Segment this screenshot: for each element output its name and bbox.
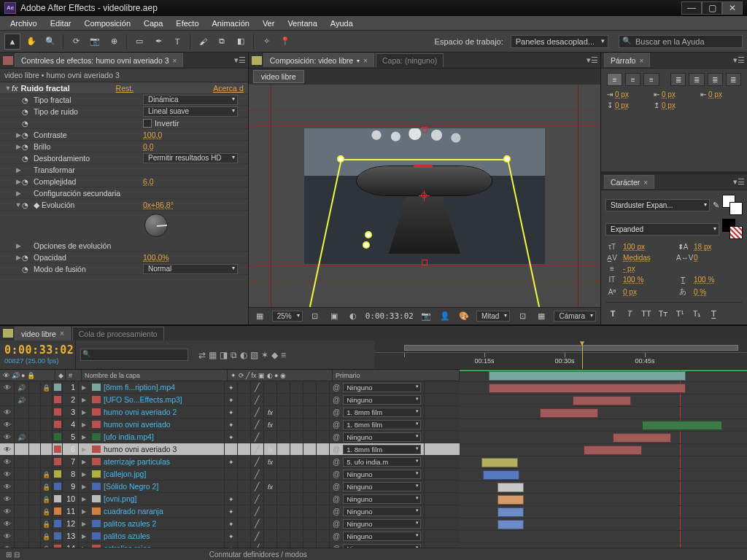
track-row[interactable] xyxy=(460,419,747,432)
quality-icon[interactable] xyxy=(255,507,260,516)
twirl-icon[interactable]: ▶ xyxy=(82,483,89,490)
layer-row[interactable]: 8▶[callejon.jpg]Ninguno xyxy=(0,468,460,481)
menu-archivo[interactable]: Archivo xyxy=(4,18,43,29)
auto-keyframe-icon[interactable]: ◆ xyxy=(271,350,278,360)
eye-icon[interactable] xyxy=(4,432,11,441)
indent-left[interactable]: 0 px xyxy=(615,90,629,98)
layer-name[interactable]: [8mm fi...ription].mp4 xyxy=(104,383,175,392)
layer-row[interactable]: 3▶humo ovni averiado 21. 8mm film xyxy=(0,406,460,419)
mask-icon[interactable]: ▣ xyxy=(328,310,341,323)
stopwatch-icon[interactable] xyxy=(22,119,31,128)
tsume[interactable]: 0 % xyxy=(694,288,743,296)
panel-menu-icon[interactable]: ▾☰ xyxy=(587,55,597,66)
label-color[interactable] xyxy=(54,545,61,548)
layer-bar[interactable] xyxy=(540,408,598,418)
lock-icon[interactable] xyxy=(42,494,50,503)
eye-icon[interactable] xyxy=(4,445,11,454)
eye-icon[interactable] xyxy=(4,420,11,429)
eye-icon[interactable] xyxy=(4,494,11,503)
stopwatch-icon[interactable] xyxy=(22,241,31,250)
property-dropdown[interactable]: Permitir resultados HD xyxy=(143,153,238,163)
effect-name[interactable]: Ruido fractal xyxy=(21,84,116,93)
quality-icon[interactable] xyxy=(255,420,260,429)
parent-dropdown[interactable]: 1. 8mm film xyxy=(343,420,421,429)
frame-blend-icon[interactable]: ⧉ xyxy=(231,350,237,360)
stopwatch-icon[interactable] xyxy=(22,131,31,139)
pickwhip-icon[interactable] xyxy=(333,432,340,441)
graph-editor-icon[interactable]: ▧ xyxy=(250,350,258,360)
brush-tool[interactable]: 🖌 xyxy=(195,34,211,50)
layer-row[interactable]: 10▶[ovni.png]Ninguno xyxy=(0,493,460,505)
parent-dropdown[interactable]: Ninguno xyxy=(343,507,421,516)
stroke-width[interactable]: - px xyxy=(623,265,672,273)
pen-tool[interactable]: ✒ xyxy=(150,34,166,50)
lock-icon[interactable] xyxy=(42,507,50,516)
text-tool[interactable]: T xyxy=(169,34,185,50)
pan-behind-tool[interactable]: ⊕ xyxy=(106,34,122,50)
layer-row[interactable]: 4▶humo ovni averiado1. 8mm film xyxy=(0,419,460,431)
reset-link[interactable]: Rest. xyxy=(116,84,134,93)
close-icon[interactable]: × xyxy=(173,57,177,65)
transparency-icon[interactable]: ▦ xyxy=(535,310,548,323)
collapse-icon[interactable] xyxy=(228,532,234,540)
mask-vertex[interactable] xyxy=(363,241,370,249)
quality-icon[interactable] xyxy=(255,470,260,479)
justify-center-button[interactable]: ≣ xyxy=(689,73,704,86)
label-color[interactable] xyxy=(54,495,61,502)
menu-editar[interactable]: Editar xyxy=(44,18,77,29)
baseline-shift[interactable]: 0 px xyxy=(623,288,672,296)
collapse-icon[interactable] xyxy=(228,544,234,548)
channel-icon[interactable]: ◐ xyxy=(347,310,360,323)
parent-dropdown[interactable]: Ninguno xyxy=(343,519,421,529)
layer-name[interactable]: palitos azules xyxy=(104,532,150,540)
twirl-icon[interactable]: ▶ xyxy=(82,496,89,502)
justify-left-button[interactable]: ≣ xyxy=(670,73,686,86)
parent-dropdown[interactable]: Ninguno xyxy=(343,470,421,479)
twirl-icon[interactable]: ▶ xyxy=(82,446,89,453)
track-row[interactable] xyxy=(460,506,747,518)
about-link[interactable]: Acerca d xyxy=(213,84,243,93)
close-icon[interactable]: × xyxy=(60,330,64,338)
twirl-icon[interactable]: ▶ xyxy=(82,545,89,548)
layer-name[interactable]: aterrizaje particulas xyxy=(104,457,170,466)
fx-icon[interactable] xyxy=(268,445,273,454)
layer-tab[interactable]: Capa: (ninguno) xyxy=(376,53,444,67)
eye-icon[interactable] xyxy=(4,507,11,516)
font-family-dropdown[interactable]: Starduster Expan... xyxy=(605,199,710,211)
pickwhip-icon[interactable] xyxy=(333,482,340,491)
collapse-icon[interactable] xyxy=(228,420,234,429)
layer-name[interactable]: palitos azules 2 xyxy=(104,519,156,528)
fx-icon[interactable] xyxy=(268,482,273,491)
quality-icon[interactable] xyxy=(255,494,260,504)
collapse-icon[interactable] xyxy=(228,519,234,528)
label-color[interactable] xyxy=(54,458,61,465)
eye-icon[interactable] xyxy=(4,470,11,478)
composition-tab[interactable]: Composición: video libre ▾ × xyxy=(263,53,374,67)
parent-dropdown[interactable]: Ninguno xyxy=(343,432,421,442)
property-dropdown[interactable]: Lineal suave xyxy=(143,106,238,117)
mask-vertex[interactable] xyxy=(503,155,511,163)
pickwhip-icon[interactable] xyxy=(333,395,340,404)
layer-bar[interactable] xyxy=(584,446,642,455)
label-color[interactable] xyxy=(54,508,61,515)
workspace-dropdown[interactable]: Paneles desacoplad... xyxy=(511,35,608,48)
track-row[interactable] xyxy=(460,531,747,543)
twirl-icon[interactable]: ▶ xyxy=(82,397,89,403)
eye-icon[interactable] xyxy=(4,383,11,392)
pickwhip-icon[interactable] xyxy=(333,420,340,429)
layer-bar[interactable] xyxy=(483,470,519,480)
layer-name[interactable]: humo ovni averiado 2 xyxy=(104,408,177,416)
quality-icon[interactable] xyxy=(255,482,260,491)
space-after[interactable]: 0 px xyxy=(662,101,676,109)
lock-icon[interactable] xyxy=(42,383,50,392)
fx-icon[interactable] xyxy=(268,408,273,416)
layer-bar[interactable] xyxy=(498,520,524,529)
quality-icon[interactable] xyxy=(255,408,260,417)
lock-icon[interactable] xyxy=(42,544,50,548)
parent-dropdown[interactable]: Ninguno xyxy=(343,494,421,504)
stopwatch-icon[interactable] xyxy=(22,177,31,186)
parent-dropdown[interactable]: 1. 8mm film xyxy=(343,445,421,454)
track-row[interactable] xyxy=(460,444,747,456)
top-handle[interactable] xyxy=(422,127,427,133)
collapse-icon[interactable] xyxy=(228,432,234,441)
